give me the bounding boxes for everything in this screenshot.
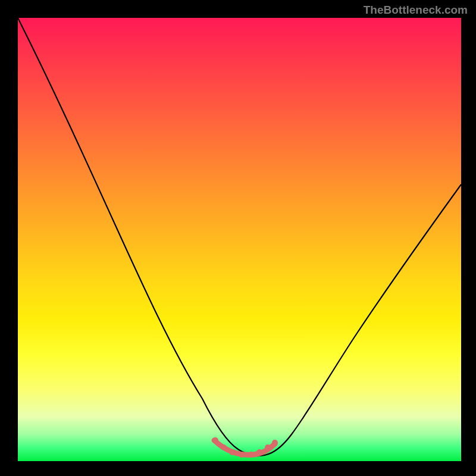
svg-point-5: [256, 449, 262, 455]
svg-point-4: [248, 452, 254, 458]
bottleneck-curve: [18, 18, 461, 456]
watermark-text: TheBottleneck.com: [364, 4, 468, 17]
svg-point-0: [212, 437, 218, 443]
svg-point-1: [221, 444, 227, 450]
svg-point-6: [265, 444, 271, 450]
svg-point-2: [229, 449, 235, 455]
svg-point-7: [272, 440, 278, 446]
chart-container: TheBottleneck.com: [0, 0, 476, 476]
plot-area: [18, 18, 461, 461]
curve-svg: [18, 18, 461, 461]
svg-point-3: [239, 452, 245, 458]
